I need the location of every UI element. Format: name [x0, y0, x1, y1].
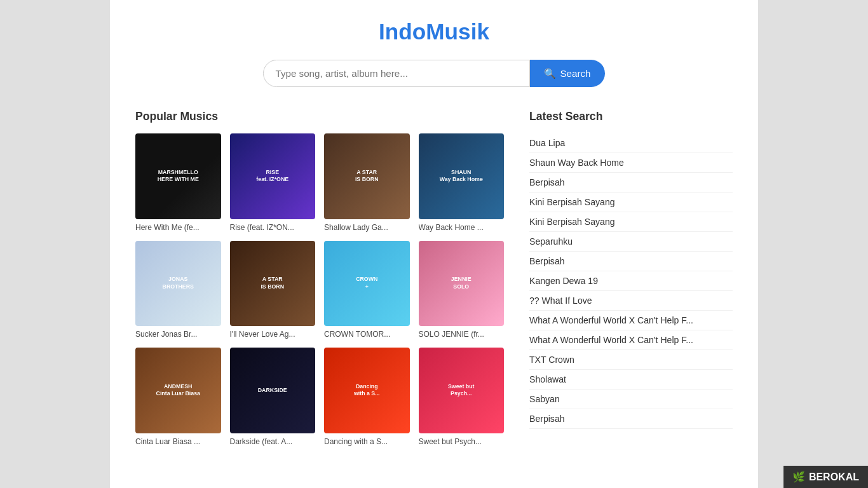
- music-label: SOLO JENNIE (fr...: [419, 330, 505, 339]
- music-label: Sucker Jonas Br...: [135, 330, 221, 339]
- latest-search-item[interactable]: Kangen Dewa 19: [529, 271, 733, 291]
- latest-search-item[interactable]: Sabyan: [529, 390, 733, 409]
- album-cover: Dancingwith a S...: [324, 348, 410, 433]
- album-cover: JONASBROTHERS: [135, 241, 221, 327]
- music-label: Darkside (feat. A...: [230, 437, 316, 446]
- album-cover: Sweet butPsych...: [419, 348, 505, 433]
- music-card[interactable]: JONASBROTHERSSucker Jonas Br...: [135, 241, 221, 339]
- latest-search-item[interactable]: Shaun Way Back Home: [529, 153, 733, 173]
- music-card[interactable]: MARSHMELLOHERE WITH MEHere With Me (fe..…: [135, 133, 221, 232]
- music-card[interactable]: RISEfeat. IZ*ONERise (feat. IZ*ON...: [230, 133, 316, 232]
- music-label: Way Back Home ...: [419, 223, 505, 232]
- latest-search-title: Latest Search: [529, 110, 733, 123]
- music-card[interactable]: SHAUNWay Back HomeWay Back Home ...: [419, 133, 505, 232]
- site-title: IndoMusik: [135, 19, 733, 44]
- album-cover: MARSHMELLOHERE WITH ME: [135, 133, 221, 219]
- sidebar: Latest Search Dua LipaShaun Way Back Hom…: [529, 110, 733, 446]
- search-button[interactable]: 🔍 Search: [530, 60, 604, 87]
- berokal-badge: 🌿 BEROKAL: [783, 466, 868, 488]
- music-label: Shallow Lady Ga...: [324, 223, 410, 232]
- latest-search-item[interactable]: What A Wonderful World X Can't Help F...: [529, 311, 733, 330]
- latest-search-item[interactable]: Berpisah: [529, 173, 733, 193]
- latest-search-item[interactable]: Berpisah: [529, 409, 733, 429]
- music-label: I'll Never Love Ag...: [230, 330, 316, 339]
- music-card[interactable]: A STARIS BORNI'll Never Love Ag...: [230, 241, 316, 339]
- latest-search-item[interactable]: Separuhku: [529, 232, 733, 252]
- music-label: CROWN TOMOR...: [324, 330, 410, 339]
- music-card[interactable]: Sweet butPsych...Sweet but Psych...: [419, 348, 505, 446]
- music-label: Dancing with a S...: [324, 437, 410, 446]
- berokal-text: BEROKAL: [809, 471, 859, 483]
- music-label: Rise (feat. IZ*ON...: [230, 223, 316, 232]
- search-bar: 🔍 Search: [135, 60, 733, 87]
- search-input[interactable]: [263, 60, 530, 87]
- music-card[interactable]: Dancingwith a S...Dancing with a S...: [324, 348, 410, 446]
- latest-search-item[interactable]: Dua Lipa: [529, 133, 733, 153]
- content-layout: Popular Musics MARSHMELLOHERE WITH MEHer…: [135, 110, 733, 446]
- popular-section: Popular Musics MARSHMELLOHERE WITH MEHer…: [135, 110, 504, 446]
- music-card[interactable]: JENNIESOLOSOLO JENNIE (fr...: [419, 241, 505, 339]
- latest-search-item[interactable]: What A Wonderful World X Can't Help F...: [529, 330, 733, 350]
- berokal-icon: 🌿: [792, 471, 805, 483]
- music-grid: MARSHMELLOHERE WITH MEHere With Me (fe..…: [135, 133, 504, 446]
- latest-search-list: Dua LipaShaun Way Back HomeBerpisahKini …: [529, 133, 733, 429]
- latest-search-item[interactable]: ?? What If Love: [529, 291, 733, 311]
- latest-search-item[interactable]: Sholawat: [529, 370, 733, 390]
- album-cover: DARKSIDE: [230, 348, 316, 433]
- music-card[interactable]: DARKSIDEDarkside (feat. A...: [230, 348, 316, 446]
- latest-search-item[interactable]: Kini Berpisah Sayang: [529, 193, 733, 212]
- album-cover: SHAUNWay Back Home: [419, 133, 505, 219]
- latest-search-item[interactable]: Kini Berpisah Sayang: [529, 212, 733, 232]
- music-card[interactable]: ANDMESHCinta Luar BiasaCinta Luar Biasa …: [135, 348, 221, 446]
- album-cover: ANDMESHCinta Luar Biasa: [135, 348, 221, 433]
- popular-section-title: Popular Musics: [135, 110, 504, 123]
- album-cover: A STARIS BORN: [230, 241, 316, 327]
- music-label: Here With Me (fe...: [135, 223, 221, 232]
- latest-search-item[interactable]: TXT Crown: [529, 350, 733, 370]
- album-cover: A STARIS BORN: [324, 133, 410, 219]
- music-label: Cinta Luar Biasa ...: [135, 437, 221, 446]
- album-cover: CROWN+: [324, 241, 410, 327]
- music-label: Sweet but Psych...: [419, 437, 505, 446]
- album-cover: JENNIESOLO: [419, 241, 505, 327]
- music-card[interactable]: A STARIS BORNShallow Lady Ga...: [324, 133, 410, 232]
- music-card[interactable]: CROWN+CROWN TOMOR...: [324, 241, 410, 339]
- main-container: IndoMusik 🔍 Search Popular Musics MARSHM…: [110, 0, 758, 488]
- album-cover: RISEfeat. IZ*ONE: [230, 133, 316, 219]
- search-button-label: Search: [560, 68, 590, 79]
- search-icon: 🔍: [544, 68, 556, 79]
- latest-search-item[interactable]: Berpisah: [529, 252, 733, 271]
